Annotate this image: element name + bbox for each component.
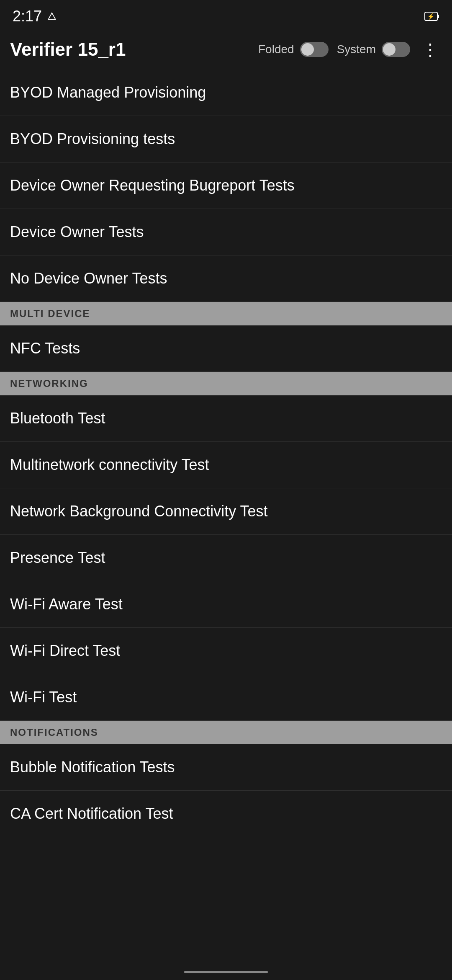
- list-item-wi-fi-direct-test[interactable]: Wi-Fi Direct Test: [0, 628, 452, 674]
- status-time: 2:17: [13, 8, 58, 25]
- section-header-notifications: NOTIFICATIONS: [0, 721, 452, 744]
- list-item-multinetwork-connectivity-test[interactable]: Multinetwork connectivity Test: [0, 442, 452, 488]
- list-item-wi-fi-aware-test[interactable]: Wi-Fi Aware Test: [0, 581, 452, 628]
- list-item-no-device-owner-tests[interactable]: No Device Owner Tests: [0, 255, 452, 302]
- system-toggle[interactable]: [382, 42, 410, 57]
- list-item-network-background-connectivity-test[interactable]: Network Background Connectivity Test: [0, 488, 452, 535]
- signal-icon: [46, 11, 58, 21]
- list-item-wi-fi-test[interactable]: Wi-Fi Test: [0, 674, 452, 721]
- svg-text:⚡: ⚡: [427, 13, 435, 20]
- app-header: Verifier 15_r1 Folded System ⋮: [0, 29, 452, 70]
- more-vert-icon[interactable]: ⋮: [419, 38, 442, 61]
- section-header-networking: NETWORKING: [0, 372, 452, 395]
- list-item-bluetooth-test[interactable]: Bluetooth Test: [0, 395, 452, 442]
- status-icons: ⚡: [424, 12, 439, 21]
- system-label: System: [337, 43, 376, 56]
- folded-label: Folded: [258, 43, 294, 56]
- battery-charging-icon: ⚡: [424, 12, 439, 21]
- list-item-presence-test[interactable]: Presence Test: [0, 535, 452, 581]
- list-item-bubble-notification-tests[interactable]: Bubble Notification Tests: [0, 744, 452, 791]
- main-list: BYOD Managed ProvisioningBYOD Provisioni…: [0, 70, 452, 837]
- svg-rect-1: [437, 15, 439, 18]
- system-toggle-group: System: [337, 42, 410, 57]
- list-item-byod-provisioning-tests[interactable]: BYOD Provisioning tests: [0, 116, 452, 162]
- list-item-device-owner-requesting-bugreport-tests[interactable]: Device Owner Requesting Bugreport Tests: [0, 162, 452, 209]
- time-text: 2:17: [13, 8, 42, 25]
- list-item-nfc-tests[interactable]: NFC Tests: [0, 325, 452, 372]
- app-title: Verifier 15_r1: [10, 39, 250, 60]
- status-bar: 2:17 ⚡: [0, 0, 452, 29]
- list-item-byod-managed-provisioning[interactable]: BYOD Managed Provisioning: [0, 70, 452, 116]
- folded-toggle[interactable]: [300, 42, 329, 57]
- list-item-ca-cert-notification-test[interactable]: CA Cert Notification Test: [0, 791, 452, 837]
- home-indicator: [184, 971, 268, 973]
- folded-toggle-group: Folded: [258, 42, 329, 57]
- section-header-multi-device: MULTI DEVICE: [0, 302, 452, 325]
- list-item-device-owner-tests[interactable]: Device Owner Tests: [0, 209, 452, 255]
